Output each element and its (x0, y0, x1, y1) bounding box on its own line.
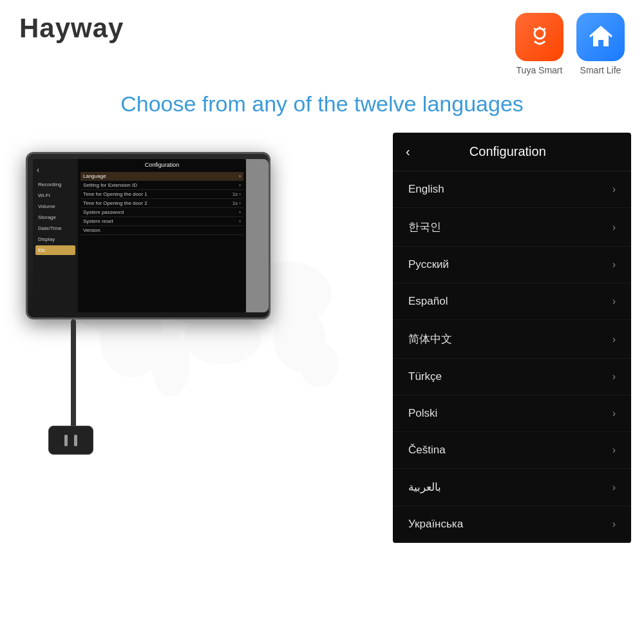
language-label: Čeština (408, 444, 446, 457)
smart-life-app: Smart Life (576, 13, 625, 75)
small-sidebar: ‹ Recording Wi-Fi Volume Storage Date/Ti… (33, 159, 78, 312)
language-item[interactable]: بالعربية › (393, 469, 631, 506)
cable-area (58, 319, 380, 448)
main-content: ‹ Recording Wi-Fi Volume Storage Date/Ti… (0, 133, 644, 543)
language-arrow: › (612, 334, 616, 345)
language-item[interactable]: 한국인 › (393, 208, 631, 247)
language-label: بالعربية (408, 480, 441, 494)
language-arrow: › (612, 518, 616, 530)
smart-life-label: Smart Life (580, 65, 621, 75)
tuya-smart-app: Tuya Smart (515, 13, 564, 75)
device-container: ‹ Recording Wi-Fi Volume Storage Date/Ti… (26, 152, 380, 448)
small-config-title: Configuration (80, 162, 243, 169)
language-arrow: › (612, 259, 616, 270)
small-main-panel: Configuration Language› Setting for Exte… (78, 159, 246, 312)
language-list: English › 한국인 › Русский › Español › 简体中文… (393, 171, 631, 543)
svg-line-3 (534, 28, 536, 30)
language-arrow: › (612, 408, 616, 419)
small-ext-id: Setting for Extension ID› (80, 181, 243, 190)
config-panel: ‹ Configuration English › 한국인 › Русский … (393, 133, 631, 543)
config-back-button[interactable]: ‹ (406, 144, 410, 159)
language-label: Українська (408, 518, 463, 531)
svg-point-0 (535, 28, 545, 39)
tagline: Choose from any of the twelve languages (0, 82, 644, 133)
tuya-icon[interactable] (515, 13, 564, 61)
language-arrow: › (612, 296, 616, 307)
plug-pin-left (64, 435, 68, 446)
brand-name: Hayway (19, 13, 124, 44)
small-volume: Volume (35, 202, 75, 211)
small-wifi: Wi-Fi (35, 191, 75, 200)
small-recording: Recording (35, 180, 75, 189)
language-item[interactable]: Türkçe › (393, 359, 631, 395)
language-arrow: › (612, 222, 616, 233)
smart-life-icon[interactable] (576, 13, 625, 61)
language-label: 简体中文 (408, 332, 452, 346)
small-display: Display (35, 234, 75, 244)
device-screen: ‹ Recording Wi-Fi Volume Storage Date/Ti… (33, 159, 246, 312)
language-label: Polski (408, 407, 437, 420)
language-arrow: › (612, 184, 616, 195)
small-datetime: Date/Time (35, 223, 75, 233)
small-back-btn: ‹ (35, 164, 75, 176)
plug-pin-right (74, 435, 77, 446)
app-icons-container: Tuya Smart Smart Life (515, 13, 625, 75)
device-side-panel (246, 159, 269, 312)
language-label: Русский (408, 258, 449, 271)
language-item[interactable]: Русский › (393, 247, 631, 283)
small-version: Version (80, 226, 243, 235)
small-etc: Etc (35, 245, 75, 255)
language-arrow: › (612, 371, 616, 383)
small-door2: Time for Opening the door 21s › (80, 199, 243, 208)
device-section: ‹ Recording Wi-Fi Volume Storage Date/Ti… (13, 133, 380, 506)
tuya-label: Tuya Smart (516, 65, 563, 75)
small-storage: Storage (35, 213, 75, 222)
language-label: Español (408, 295, 448, 308)
language-item[interactable]: Українська › (393, 506, 631, 543)
language-item[interactable]: Čeština › (393, 432, 631, 469)
small-screen-ui: ‹ Recording Wi-Fi Volume Storage Date/Ti… (33, 159, 246, 312)
language-arrow: › (612, 482, 616, 493)
language-item[interactable]: Español › (393, 283, 631, 320)
config-panel-title: Configuration (417, 144, 599, 159)
small-reset: System reset› (80, 217, 243, 226)
small-language-item: Language› (80, 172, 243, 181)
svg-line-2 (544, 28, 545, 30)
language-label: 한국인 (408, 220, 441, 234)
language-item[interactable]: English › (393, 171, 631, 208)
language-item[interactable]: Polski › (393, 395, 631, 432)
language-label: English (408, 183, 444, 196)
small-door1: Time for Opening the door 11s › (80, 190, 243, 199)
device-frame: ‹ Recording Wi-Fi Volume Storage Date/Ti… (26, 152, 270, 319)
language-arrow: › (612, 444, 616, 456)
small-password: System password› (80, 208, 243, 217)
power-plug (48, 426, 93, 455)
config-header: ‹ Configuration (393, 133, 631, 171)
language-label: Türkçe (408, 370, 442, 383)
language-item[interactable]: 简体中文 › (393, 320, 631, 359)
page-header: Hayway Tuya Smart Smart Life (0, 0, 644, 82)
